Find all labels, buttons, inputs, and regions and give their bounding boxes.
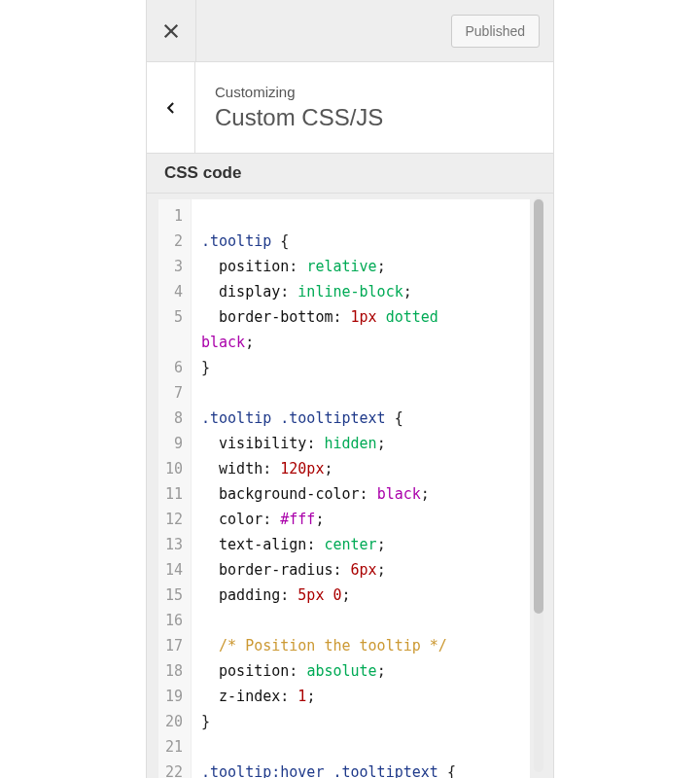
code-line[interactable] xyxy=(201,380,456,406)
line-number: 11 xyxy=(164,481,183,507)
editor-scrollbar[interactable] xyxy=(534,197,543,772)
code-editor[interactable]: 12345678910111213141516171819202122 .too… xyxy=(158,199,530,778)
line-number: 21 xyxy=(164,734,183,760)
customizer-panel: Published Customizing Custom CSS/JS CSS … xyxy=(146,0,554,778)
breadcrumb: Customizing xyxy=(215,84,383,100)
code-line[interactable]: color: #fff; xyxy=(201,507,456,532)
page-title: Custom CSS/JS xyxy=(215,104,383,131)
line-number: 7 xyxy=(164,380,183,406)
code-line[interactable]: } xyxy=(201,355,456,380)
code-line[interactable]: position: absolute; xyxy=(201,658,456,684)
code-line[interactable]: padding: 5px 0; xyxy=(201,583,456,608)
scrollbar-thumb[interactable] xyxy=(534,199,543,614)
separator xyxy=(195,0,196,62)
line-number: 16 xyxy=(164,608,183,633)
line-number: 22 xyxy=(164,760,183,778)
publish-status-button[interactable]: Published xyxy=(451,15,541,48)
code-content[interactable]: .tooltip { position: relative; display: … xyxy=(192,199,462,778)
close-icon xyxy=(162,22,180,40)
line-number xyxy=(164,330,183,355)
topbar: Published xyxy=(147,0,553,62)
code-line[interactable]: border-bottom: 1px dotted xyxy=(201,304,456,330)
code-line[interactable]: background-color: black; xyxy=(201,481,456,507)
line-number: 17 xyxy=(164,633,183,658)
code-line[interactable]: } xyxy=(201,709,456,734)
code-line[interactable]: width: 120px; xyxy=(201,456,456,481)
line-number: 2 xyxy=(164,229,183,254)
code-line[interactable] xyxy=(201,608,456,633)
line-number: 20 xyxy=(164,709,183,734)
line-number: 4 xyxy=(164,279,183,304)
line-number: 19 xyxy=(164,684,183,709)
code-line[interactable]: visibility: hidden; xyxy=(201,431,456,456)
code-line[interactable]: black; xyxy=(201,330,456,355)
code-editor-wrap: 12345678910111213141516171819202122 .too… xyxy=(147,194,553,778)
field-label-wrap: CSS code xyxy=(147,154,553,194)
code-line[interactable]: display: inline-block; xyxy=(201,279,456,304)
field-label: CSS code xyxy=(147,163,553,183)
line-number: 5 xyxy=(164,304,183,330)
close-button[interactable] xyxy=(147,0,195,62)
code-line[interactable] xyxy=(201,203,456,229)
line-number: 8 xyxy=(164,406,183,431)
line-number: 6 xyxy=(164,355,183,380)
back-button[interactable] xyxy=(147,62,195,154)
code-line[interactable]: border-radius: 6px; xyxy=(201,557,456,583)
line-number: 12 xyxy=(164,507,183,532)
code-line[interactable]: /* Position the tooltip */ xyxy=(201,633,456,658)
code-line[interactable]: .tooltip:hover .tooltiptext { xyxy=(201,760,456,778)
line-number: 3 xyxy=(164,254,183,279)
line-number: 10 xyxy=(164,456,183,481)
line-number: 18 xyxy=(164,658,183,684)
code-line[interactable]: position: relative; xyxy=(201,254,456,279)
line-number-gutter: 12345678910111213141516171819202122 xyxy=(158,199,192,778)
code-line[interactable]: text-align: center; xyxy=(201,532,456,557)
code-line[interactable] xyxy=(201,734,456,760)
line-number: 14 xyxy=(164,557,183,583)
code-line[interactable]: .tooltip .tooltiptext { xyxy=(201,406,456,431)
line-number: 9 xyxy=(164,431,183,456)
line-number: 13 xyxy=(164,532,183,557)
line-number: 1 xyxy=(164,203,183,229)
code-line[interactable]: z-index: 1; xyxy=(201,684,456,709)
chevron-left-icon xyxy=(164,101,178,115)
line-number: 15 xyxy=(164,583,183,608)
section-header: Customizing Custom CSS/JS xyxy=(147,62,553,154)
code-line[interactable]: .tooltip { xyxy=(201,229,456,254)
